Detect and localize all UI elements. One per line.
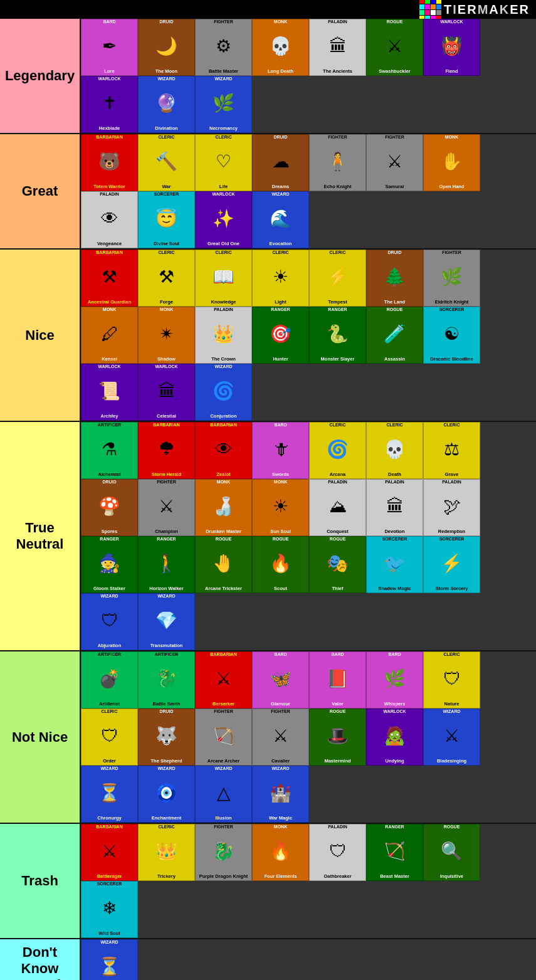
item-class-label: WIZARD [253, 192, 308, 197]
item-class-label: BARD [253, 652, 308, 657]
tier-items-dont-know: WIZARD⏳Graviturgy [80, 939, 536, 980]
tier-item: WIZARD⏳Chronurgy [81, 766, 138, 823]
item-subclass-name: The Land [383, 299, 406, 305]
item-icon: ♡ [196, 140, 251, 184]
item-subclass-name: Celestial [155, 413, 177, 419]
item-icon: 🔥 [253, 542, 308, 586]
item-subclass-name: Mastermind [323, 758, 352, 764]
item-subclass-name: Swords [271, 472, 290, 477]
item-class-label: BARBARIAN [81, 825, 137, 830]
tier-item: MONK🖊Kensei [81, 307, 138, 364]
tier-item: MONK☀Sun Soul [252, 479, 309, 536]
item-class-label: BARD [253, 423, 308, 428]
item-class-label: ROGUE [310, 709, 365, 714]
item-icon: ⚒ [139, 255, 194, 299]
item-subclass-name: Abjuration [97, 643, 123, 648]
item-icon: ☀ [253, 255, 308, 299]
brand: TiERMaKER [80, 0, 536, 21]
item-subclass-name: Arcane Trickster [204, 586, 243, 591]
tier-item: RANGER🏹Beast Master [366, 824, 423, 881]
item-icon: 🐦 [367, 542, 423, 586]
tier-items-not-nice: ARTIFICER💣ArtilleristARTIFICER🐉Battle Sm… [80, 651, 536, 823]
item-subclass-name: Order [102, 758, 117, 764]
item-icon: ☀ [253, 485, 308, 529]
item-icon: 💎 [139, 599, 194, 643]
item-class-label: PALADIN [196, 307, 251, 312]
item-icon: 🏛 [139, 369, 194, 413]
item-class-label: CLERIC [310, 423, 365, 428]
tier-item: RANGER🎯Hunter [252, 307, 309, 364]
item-subclass-name: Gloom Stalker [92, 586, 127, 591]
item-icon: 🔨 [139, 140, 194, 184]
tier-item: SORCERER⚡Storm Sorcery [423, 536, 480, 593]
item-class-label: BARD [310, 652, 365, 657]
item-subclass-name: Fiend [444, 68, 460, 74]
item-subclass-name: Undying [384, 758, 406, 764]
item-icon: 📜 [81, 369, 137, 413]
item-icon: 🏹 [196, 714, 251, 758]
item-subclass-name: Zealot [215, 472, 231, 477]
item-icon: 😇 [139, 197, 194, 241]
item-class-label: MONK [196, 480, 251, 485]
tier-item: PALADIN⛰Conquest [309, 479, 366, 536]
tier-item: PALADIN👁Vengeance [81, 191, 138, 248]
tier-item: RANGER🐍Monster Slayer [309, 307, 366, 364]
tier-row-legendary: LegendaryBARD✒LoreDRUID🌙The MoonFIGHTER⚙… [0, 19, 536, 134]
item-icon: ⏳ [81, 945, 137, 980]
tier-label-trash: Trash [0, 824, 80, 938]
item-subclass-name: Purple Dragon Knight [198, 873, 250, 879]
item-subclass-name: Draconic Bloodline [429, 356, 474, 362]
tier-item: MONK✴Shadow [138, 307, 195, 364]
tier-label-great: Great [0, 134, 80, 248]
tier-item: PALADIN🛡Oathbreaker [309, 824, 366, 881]
item-subclass-name: Wild Soul [97, 930, 121, 936]
tier-label-true-neutral: True Neutral [0, 422, 80, 650]
tier-item: WARLOCK🏛Celestial [138, 364, 195, 421]
item-class-label: CLERIC [253, 250, 308, 255]
tier-item: BARD🦋Glamour [252, 651, 309, 709]
item-subclass-name: Dreams [271, 184, 291, 189]
item-class-label: WIZARD [253, 766, 308, 771]
item-icon: 🧪 [367, 312, 423, 356]
tier-item: ARTIFICER💣Artillerist [81, 651, 138, 709]
tier-item: FIGHTER⚔Cavalier [252, 709, 309, 766]
tier-item: MONK💀Long Death [252, 19, 309, 76]
item-class-label: WIZARD [81, 940, 137, 945]
item-class-label: CLERIC [367, 423, 423, 428]
item-class-label: SORCERER [139, 192, 194, 197]
item-icon: 💀 [253, 24, 308, 68]
brand-name: TiERMaKER [444, 3, 530, 17]
item-icon: ✴ [139, 312, 194, 356]
item-subclass-name: War Magic [268, 815, 293, 821]
item-subclass-name: Oathbreaker [322, 873, 352, 879]
tier-item: PALADIN👑The Crown [195, 307, 252, 364]
item-icon: 📖 [196, 255, 251, 299]
item-subclass-name: Shadow Magic [377, 586, 412, 591]
tier-item: DRUID🌙The Moon [138, 19, 195, 76]
item-icon: 🐉 [139, 657, 194, 701]
tier-item: BARD🗡Swords [252, 422, 309, 479]
item-icon: 🤚 [196, 542, 251, 586]
item-subclass-name: Storm Herald [150, 472, 182, 477]
item-icon: ⚔ [253, 714, 308, 758]
item-class-label: ROGUE [253, 537, 308, 542]
tier-item: FIGHTER⚙Battle Master [195, 19, 252, 76]
item-icon: 🖊 [81, 312, 137, 356]
item-class-label: BARBARIAN [139, 423, 194, 428]
item-subclass-name: War [161, 184, 172, 189]
item-icon: △ [196, 771, 251, 815]
item-subclass-name: Cavalier [270, 758, 291, 764]
tier-item: WIZARD💎Transmutation [138, 593, 195, 650]
item-subclass-name: Monster Slayer [320, 356, 356, 362]
item-icon: 💣 [81, 657, 137, 701]
item-icon: 🌿 [367, 657, 423, 701]
tier-item: BARBARIAN🌩Storm Herald [138, 422, 195, 479]
item-class-label: ARTIFICER [81, 423, 137, 428]
item-icon: 🚶 [139, 542, 194, 586]
item-class-label: DRUID [253, 135, 308, 140]
item-subclass-name: Assassin [383, 356, 406, 362]
item-class-label: MONK [253, 825, 308, 830]
tier-item: BARBARIAN⚒Ancestral Guardian [81, 250, 138, 307]
item-class-label: CLERIC [196, 250, 251, 255]
item-subclass-name: Evocation [268, 241, 293, 246]
